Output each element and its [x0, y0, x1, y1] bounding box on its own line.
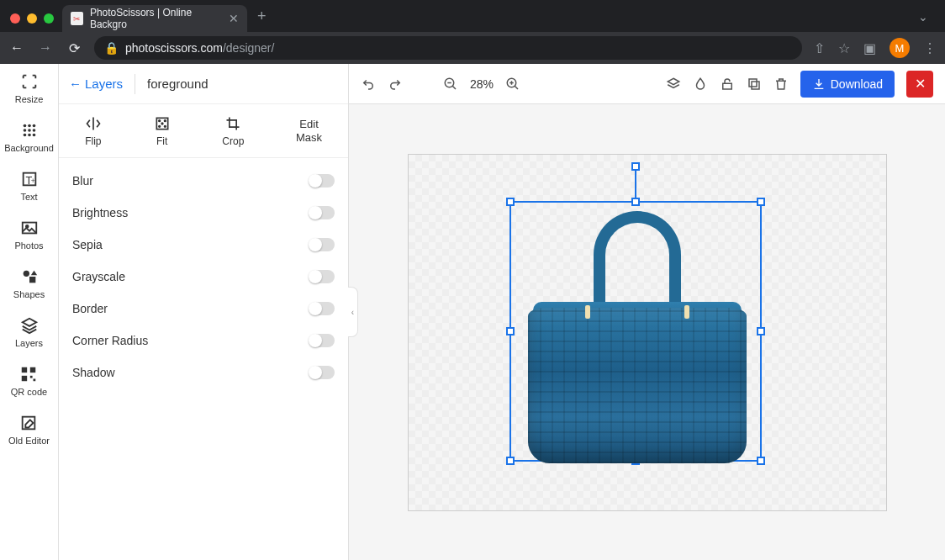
url-input[interactable]: 🔒 photoscissors.com/designer/	[94, 36, 802, 60]
handle-top-left[interactable]	[506, 198, 515, 206]
switch-border[interactable]	[309, 302, 335, 315]
new-tab-button[interactable]: +	[247, 8, 277, 32]
svg-rect-21	[34, 379, 36, 382]
rail-item-shapes[interactable]: Shapes	[13, 267, 45, 299]
tab-favicon: ✂	[71, 12, 83, 25]
browser-tab[interactable]: ✂ PhotoScissors | Online Backgro ✕	[62, 5, 247, 32]
svg-rect-32	[752, 82, 759, 89]
svg-rect-31	[722, 83, 731, 89]
svg-rect-20	[30, 376, 33, 378]
tool-crop[interactable]: Crop	[222, 115, 244, 147]
svg-point-1	[28, 124, 31, 128]
svg-point-27	[164, 125, 166, 127]
rotate-handle[interactable]	[631, 162, 640, 171]
divider	[135, 74, 135, 94]
undo-icon[interactable]	[361, 77, 376, 92]
tabs-menu-icon[interactable]: ⌄	[908, 10, 938, 32]
svg-point-0	[23, 124, 26, 128]
drop-icon[interactable]	[693, 77, 708, 92]
extensions-icon[interactable]: ▣	[863, 40, 876, 56]
layers-icon[interactable]	[666, 77, 681, 92]
rail-item-text[interactable]: T+ Text	[20, 170, 39, 202]
svg-point-26	[158, 125, 160, 127]
svg-rect-15	[29, 277, 35, 283]
handle-right[interactable]	[757, 327, 765, 335]
nav-back-icon[interactable]: ←	[8, 40, 25, 55]
unlock-icon[interactable]	[720, 77, 735, 92]
browser-tab-bar: ✂ PhotoScissors | Online Backgro ✕ + ⌄	[0, 0, 945, 32]
svg-point-25	[164, 119, 166, 121]
traffic-close[interactable]	[10, 13, 20, 24]
toggle-blur: Blur	[72, 165, 335, 197]
rail-item-photos[interactable]: Photos	[14, 219, 43, 251]
redo-icon[interactable]	[388, 77, 403, 92]
rail-item-background[interactable]: Background	[4, 121, 54, 153]
copy-icon[interactable]	[747, 77, 762, 92]
switch-blur[interactable]	[309, 174, 335, 188]
url-domain: photoscissors.com	[125, 41, 223, 55]
traffic-min[interactable]	[27, 13, 37, 24]
svg-point-5	[32, 129, 35, 132]
switch-brightness[interactable]	[309, 206, 335, 219]
address-bar: ← → ⟳ 🔒 photoscissors.com/designer/ ⇧ ☆ …	[0, 32, 945, 64]
trash-icon[interactable]	[773, 77, 789, 92]
switch-sepia[interactable]	[309, 238, 335, 251]
handle-top-right[interactable]	[757, 198, 765, 206]
svg-rect-33	[749, 79, 757, 87]
switch-grayscale[interactable]	[309, 270, 335, 283]
back-to-layers[interactable]: ← Layers	[69, 77, 123, 91]
close-button[interactable]: ✕	[906, 71, 933, 98]
kebab-icon[interactable]: ⋮	[923, 40, 937, 56]
nav-reload-icon[interactable]: ⟳	[66, 40, 82, 56]
svg-point-4	[28, 129, 31, 132]
foreground-image[interactable]	[518, 211, 757, 463]
svg-point-7	[28, 134, 31, 137]
switch-corner-radius[interactable]	[309, 334, 335, 347]
tool-edit-mask[interactable]: Edit Mask	[296, 118, 322, 144]
side-panel: ← Layers foreground Flip Fit Crop	[59, 64, 349, 560]
svg-point-2	[32, 124, 35, 128]
tool-flip[interactable]: Flip	[85, 115, 102, 147]
handle-bottom-right[interactable]	[757, 457, 765, 465]
canvas-toolbar: 28% Download ✕	[349, 64, 945, 104]
switch-shadow[interactable]	[309, 366, 335, 379]
zoom-in-icon[interactable]	[505, 77, 520, 92]
tool-fit[interactable]: Fit	[154, 115, 171, 147]
tab-title: PhotoScissors | Online Backgro	[90, 7, 222, 30]
toggle-border: Border	[72, 293, 335, 325]
panel-collapse-handle[interactable]: ‹	[348, 287, 358, 337]
canvas-area: 28% Download ✕	[349, 64, 945, 560]
toggle-shadow: Shadow	[72, 357, 335, 388]
svg-rect-18	[30, 367, 35, 372]
rail-item-resize[interactable]: Resize	[15, 72, 44, 104]
svg-point-3	[23, 129, 26, 132]
rotate-connector	[635, 167, 636, 201]
bookmark-icon[interactable]: ☆	[838, 40, 850, 56]
window-controls	[7, 13, 62, 32]
rail-item-old-editor[interactable]: Old Editor	[8, 414, 50, 446]
svg-rect-17	[22, 367, 27, 372]
zoom-out-icon[interactable]	[443, 77, 458, 92]
zoom-level: 28%	[470, 77, 494, 91]
traffic-max[interactable]	[44, 13, 54, 24]
left-rail: Resize Background T+ Text Photos Shapes …	[0, 64, 59, 560]
share-icon[interactable]: ⇧	[814, 40, 825, 56]
selection-box[interactable]	[509, 201, 762, 462]
svg-text:+: +	[30, 177, 34, 185]
toggle-sepia: Sepia	[72, 229, 335, 261]
current-layer-name: foreground	[147, 77, 209, 91]
tab-close-icon[interactable]: ✕	[229, 12, 239, 25]
rail-item-qrcode[interactable]: QR code	[11, 365, 47, 397]
arrow-left-icon: ←	[69, 77, 82, 91]
handle-top[interactable]	[631, 198, 640, 206]
svg-point-24	[158, 119, 160, 121]
profile-avatar[interactable]: M	[890, 38, 910, 58]
handle-bottom-left[interactable]	[506, 457, 515, 465]
artboard[interactable]	[408, 154, 887, 511]
rail-item-layers[interactable]: Layers	[15, 316, 43, 348]
toggle-grayscale: Grayscale	[72, 261, 335, 293]
handle-left[interactable]	[506, 327, 515, 335]
svg-point-28	[161, 123, 163, 124]
svg-point-6	[23, 134, 26, 137]
download-button[interactable]: Download	[800, 71, 895, 98]
